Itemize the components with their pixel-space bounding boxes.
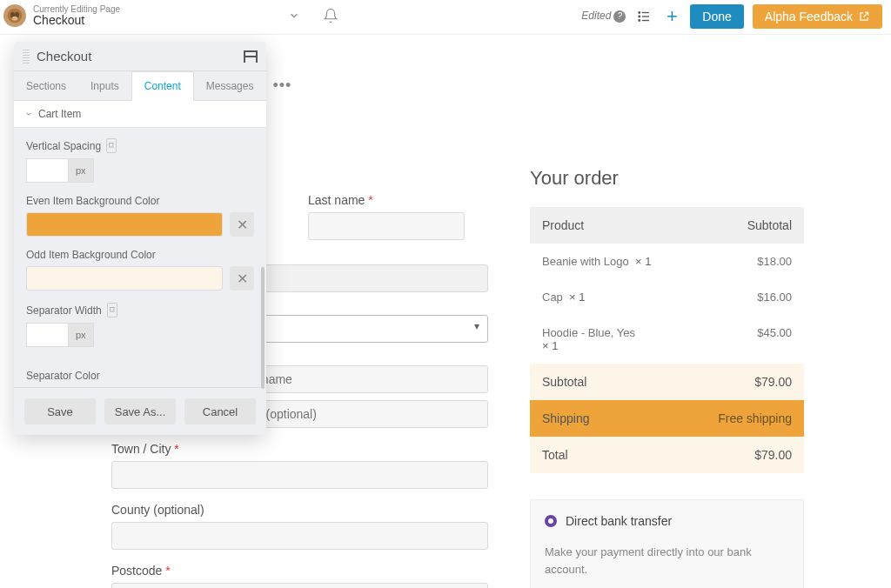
field-town: Town / City * xyxy=(111,442,488,489)
town-label: Town / City * xyxy=(111,442,488,456)
shipping-row: ShippingFree shipping xyxy=(530,400,804,437)
panel-tabs: Sections Inputs Content Messages ••• xyxy=(14,71,266,101)
separator-color-label: Separator Color xyxy=(14,370,266,387)
clear-even-bg[interactable]: ✕ xyxy=(230,212,254,237)
separator-width-label: Separator Width xyxy=(26,304,102,317)
panel-title: Checkout xyxy=(37,49,244,63)
scrollbar-thumb[interactable] xyxy=(261,267,265,389)
field-vertical-spacing: Vertical Spacing⌑ px xyxy=(26,138,254,183)
responsive-icon[interactable]: ⌑ xyxy=(106,138,117,153)
odd-bg-swatch[interactable] xyxy=(26,266,223,291)
clear-odd-bg[interactable]: ✕ xyxy=(230,266,254,291)
vertical-spacing-input[interactable] xyxy=(26,158,68,183)
col-subtotal: Subtotal xyxy=(747,218,792,232)
unit-px: px xyxy=(68,323,94,347)
title-block[interactable]: Currently Editing Page Checkout xyxy=(33,4,120,27)
table-row: Hoodie - Blue, Yes× 1 $45.00 xyxy=(530,315,804,364)
field-even-bg: Even Item Background Color ✕ xyxy=(26,195,254,237)
svg-point-7 xyxy=(639,11,640,13)
field-separator-width: Separator Width⌑ px xyxy=(26,303,254,347)
app-logo xyxy=(3,4,26,27)
page-title: Checkout xyxy=(33,14,120,27)
tab-sections[interactable]: Sections xyxy=(14,72,78,100)
chevron-down-icon xyxy=(24,110,33,118)
postcode-label: Postcode * xyxy=(111,564,488,578)
table-row: Beanie with Logo × 1 $18.00 xyxy=(530,244,804,279)
odd-bg-label: Odd Item Background Color xyxy=(26,249,156,261)
feedback-label: Alpha Feedback xyxy=(765,10,853,23)
payment-method-label: Direct bank transfer xyxy=(566,514,672,528)
unit-px: px xyxy=(68,158,94,183)
accordion-cart-item[interactable]: Cart Item xyxy=(14,101,266,128)
drag-handle-icon[interactable] xyxy=(23,50,30,63)
responsive-icon[interactable]: ⌑ xyxy=(107,303,117,317)
table-row: Cap × 1 $16.00 xyxy=(530,279,804,315)
tab-messages[interactable]: Messages xyxy=(194,72,266,100)
help-icon[interactable]: ? xyxy=(613,10,626,23)
even-bg-label: Even Item Background Color xyxy=(26,195,159,207)
tab-inputs[interactable]: Inputs xyxy=(78,72,131,100)
town-input[interactable] xyxy=(111,461,488,489)
col-product: Product xyxy=(542,218,584,232)
edited-status: Edited? xyxy=(581,10,626,23)
maximize-icon[interactable] xyxy=(244,50,258,63)
panel-header[interactable]: Checkout xyxy=(14,42,266,71)
payment-box: Direct bank transfer Make your payment d… xyxy=(530,499,804,588)
cancel-button[interactable]: Cancel xyxy=(184,398,256,424)
notifications-icon[interactable] xyxy=(320,5,341,26)
field-lastname: Last name * xyxy=(308,193,488,240)
svg-point-3 xyxy=(12,17,18,21)
add-module-button[interactable]: + xyxy=(662,7,681,26)
subtotal-row: Subtotal$79.00 xyxy=(530,364,804,400)
vertical-spacing-label: Vertical Spacing xyxy=(26,140,101,152)
settings-panel: Checkout Sections Inputs Content Message… xyxy=(14,42,266,435)
lastname-label: Last name * xyxy=(308,193,488,207)
save-button[interactable]: Save xyxy=(24,398,96,424)
total-row: Total$79.00 xyxy=(530,437,804,473)
order-summary: Your order Product Subtotal Beanie with … xyxy=(530,70,804,588)
page-select-chevron-icon[interactable] xyxy=(284,5,305,26)
postcode-input[interactable] xyxy=(111,583,488,588)
field-postcode: Postcode * xyxy=(111,564,488,588)
tab-content[interactable]: Content xyxy=(131,71,194,101)
even-bg-swatch[interactable] xyxy=(26,212,223,237)
panel-footer: Save Save As... Cancel xyxy=(14,387,266,435)
order-title: Your order xyxy=(530,167,804,190)
order-table: Product Subtotal Beanie with Logo × 1 $1… xyxy=(530,207,804,473)
save-as-button[interactable]: Save As... xyxy=(104,398,176,424)
external-link-icon xyxy=(858,10,870,23)
field-odd-bg: Odd Item Background Color ✕ xyxy=(26,249,254,291)
svg-point-8 xyxy=(639,16,640,17)
radio-selected-icon xyxy=(545,515,557,527)
top-right: Edited? + Done Alpha Feedback xyxy=(581,4,882,29)
lastname-input[interactable] xyxy=(308,212,465,240)
outline-icon[interactable] xyxy=(634,7,653,26)
payment-method-radio[interactable]: Direct bank transfer xyxy=(545,514,789,528)
county-input[interactable] xyxy=(111,522,488,550)
top-left: Currently Editing Page Checkout xyxy=(3,4,341,27)
field-county: County (optional) xyxy=(111,503,488,550)
feedback-button[interactable]: Alpha Feedback xyxy=(753,4,882,29)
table-header: Product Subtotal xyxy=(530,207,804,244)
payment-description: Make your payment directly into our bank… xyxy=(545,544,789,578)
county-label: County (optional) xyxy=(111,503,488,517)
tab-overflow-icon[interactable]: ••• xyxy=(265,77,298,95)
svg-point-9 xyxy=(639,19,640,21)
accordion-label: Cart Item xyxy=(38,108,81,120)
top-bar: Currently Editing Page Checkout Edited? … xyxy=(0,0,891,35)
done-button[interactable]: Done xyxy=(690,4,743,29)
separator-width-input[interactable] xyxy=(26,323,68,347)
accordion-body: Vertical Spacing⌑ px Even Item Backgroun… xyxy=(14,128,266,370)
